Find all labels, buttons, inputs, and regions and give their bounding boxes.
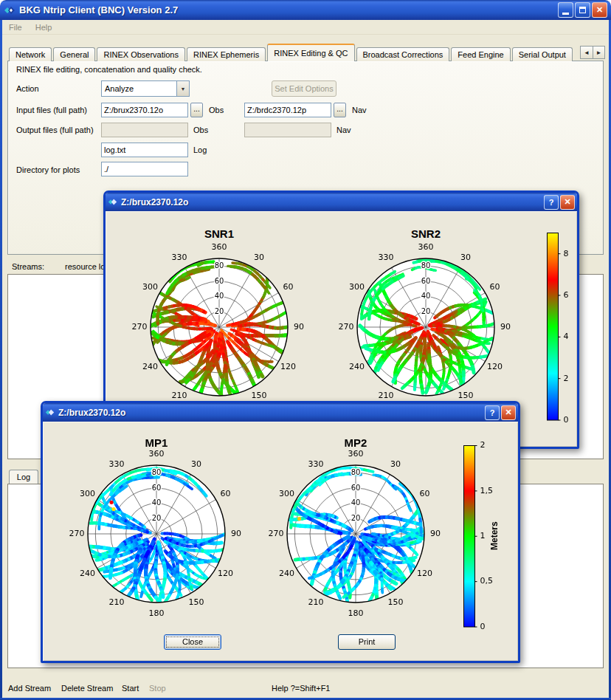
window-titlebar[interactable]: BKG Ntrip Client (BNC) Version 2.7 ✕ xyxy=(0,0,611,20)
browse-obs-button[interactable]: ... xyxy=(190,103,203,117)
mp-plot-dialog: Z:/brux2370.12o ? ✕ MP1 MP2 Meters Close… xyxy=(41,401,520,663)
output-files-label: Output files (full path) xyxy=(16,126,94,134)
tab-rinex-observations[interactable]: RINEX Observations xyxy=(97,47,184,61)
log-file-field[interactable] xyxy=(101,143,188,157)
help-icon: ? xyxy=(549,198,554,207)
tab-serial-output[interactable]: Serial Output xyxy=(512,47,573,61)
window-border-left xyxy=(0,20,2,700)
bnc-application-window: BKG Ntrip Client (BNC) Version 2.7 ✕ Fil… xyxy=(0,0,611,700)
minimize-icon xyxy=(562,13,569,15)
tab-rinex-ephemeris[interactable]: RINEX Ephemeris xyxy=(187,47,266,61)
delete-stream-action[interactable]: Delete Stream xyxy=(61,684,113,693)
snr-dialog-icon xyxy=(108,197,117,207)
plots-dir-label: Directory for plots xyxy=(16,165,80,174)
mp-dialog-close-button[interactable]: ✕ xyxy=(501,405,516,420)
obs-label-1: Obs xyxy=(209,106,224,114)
close-icon: ✕ xyxy=(596,5,603,15)
input-files-label: Input files (full path) xyxy=(16,106,87,114)
tab-scroll-left-icon: ◄ xyxy=(584,49,590,56)
start-action[interactable]: Start xyxy=(122,684,139,693)
nav-label-1: Nav xyxy=(352,106,367,114)
mp-dialog-icon xyxy=(45,408,55,417)
tab-rinex-editing-qc[interactable]: RINEX Editing & QC xyxy=(267,44,354,61)
close-button[interactable]: ✕ xyxy=(592,2,607,18)
chevron-down-icon: ▼ xyxy=(181,86,186,92)
maximize-button[interactable] xyxy=(575,2,590,18)
mp-dialog-title: Z:/brux2370.12o xyxy=(58,408,483,418)
input-nav-field[interactable] xyxy=(244,103,331,117)
input-obs-field[interactable] xyxy=(101,103,188,117)
snr-colorbar xyxy=(547,227,576,425)
tab-general[interactable]: General xyxy=(53,47,95,61)
tab-scroll-control: ◄ ► xyxy=(580,46,605,59)
tab-log[interactable]: Log xyxy=(9,470,38,484)
tab-feed-engine[interactable]: Feed Engine xyxy=(451,47,510,61)
snr1-skyplot xyxy=(122,230,317,425)
mp2-skyplot xyxy=(258,436,453,631)
maximize-icon xyxy=(579,7,586,13)
output-obs-field xyxy=(101,123,188,137)
snr-dialog-title: Z:/brux2370.12o xyxy=(121,197,542,207)
dialog-close-button[interactable]: Close xyxy=(164,634,221,650)
tab-network[interactable]: Network xyxy=(9,47,52,61)
mp-colorbar-axis-title: Meters xyxy=(489,487,500,586)
action-label: Action xyxy=(16,84,39,93)
tab-bar: Network General RINEX Observations RINEX… xyxy=(9,44,574,61)
streams-label: Streams: xyxy=(12,262,44,271)
obs-label-2: Obs xyxy=(193,126,208,134)
output-nav-field xyxy=(244,123,331,137)
tab-scroll-left-button[interactable]: ◄ xyxy=(580,46,593,59)
status-bar: Add Stream Delete Stream Start Stop Help… xyxy=(2,679,609,698)
window-title: BKG Ntrip Client (BNC) Version 2.7 xyxy=(19,4,556,16)
mp1-skyplot xyxy=(59,436,254,631)
mp-dialog-body: MP1 MP2 Meters Close Print xyxy=(43,422,518,661)
set-edit-options-button[interactable]: Set Edit Options xyxy=(272,80,336,97)
nav-label-2: Nav xyxy=(336,126,351,134)
menu-help[interactable]: Help xyxy=(29,21,59,33)
stop-action[interactable]: Stop xyxy=(149,684,166,693)
app-icon xyxy=(4,4,15,16)
close-icon: ✕ xyxy=(564,197,570,207)
tab-scroll-right-icon: ► xyxy=(596,49,602,56)
close-icon: ✕ xyxy=(505,408,511,417)
mp-dialog-help-button[interactable]: ? xyxy=(485,405,500,420)
browse-nav-button[interactable]: ... xyxy=(334,103,346,117)
snr2-skyplot xyxy=(328,230,523,425)
minimize-button[interactable] xyxy=(558,2,573,18)
page-description: RINEX file editing, concatenation and qu… xyxy=(16,65,202,74)
menu-file[interactable]: File xyxy=(2,21,29,33)
action-combobox[interactable]: Analyze ▼ xyxy=(101,80,190,97)
combo-dropdown-button[interactable]: ▼ xyxy=(176,81,189,96)
action-value: Analyze xyxy=(102,84,176,93)
snr-dialog-titlebar[interactable]: Z:/brux2370.12o ? ✕ xyxy=(106,193,577,211)
tab-broadcast-corrections[interactable]: Broadcast Corrections xyxy=(356,47,450,61)
dialog-print-button[interactable]: Print xyxy=(338,634,396,650)
log-label: Log xyxy=(193,145,207,154)
menu-bar: File Help xyxy=(2,20,609,35)
mp-dialog-titlebar[interactable]: Z:/brux2370.12o ? ✕ xyxy=(43,403,518,422)
plots-dir-field[interactable] xyxy=(101,162,188,176)
tab-scroll-right-button[interactable]: ► xyxy=(593,46,605,59)
snr-dialog-close-button[interactable]: ✕ xyxy=(560,195,575,210)
help-hint: Help ?=Shift+F1 xyxy=(272,684,331,693)
add-stream-action[interactable]: Add Stream xyxy=(8,684,51,693)
help-icon: ? xyxy=(490,408,495,417)
snr-dialog-help-button[interactable]: ? xyxy=(544,195,559,210)
